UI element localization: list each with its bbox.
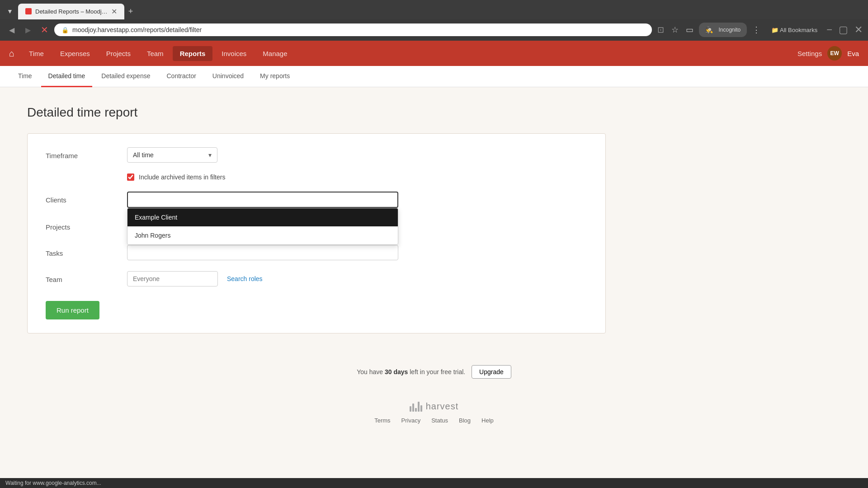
tasks-input[interactable] [127,245,398,260]
projects-label: Projects [46,219,118,231]
archived-checkbox[interactable] [127,174,134,181]
timeframe-label: Timeframe [46,147,118,160]
tab-list-btn[interactable]: ▼ [4,5,16,18]
sub-nav-my-reports[interactable]: My reports [253,66,297,87]
nav-item-expenses[interactable]: Expenses [53,46,97,61]
client-option-john[interactable]: John Rogers [127,226,398,244]
team-input[interactable] [127,271,218,286]
nav-items: Time Expenses Projects Team Reports Invo… [22,46,797,61]
timeframe-control: All time ▾ [127,147,398,163]
clients-row: Clients Example Client John Rogers [46,192,587,208]
browser-menu-icon[interactable]: ⋮ [750,23,762,37]
sub-nav-detailed-time[interactable]: Detailed time [41,66,93,87]
footer-links: Terms Privacy Status Blog Help [9,417,859,424]
forward-btn[interactable]: ▶ [22,23,34,36]
team-input-wrap [127,271,218,286]
trial-text-after: left in your free trial. [408,368,465,375]
client-option-example[interactable]: Example Client [127,208,398,226]
nav-item-reports[interactable]: Reports [173,46,213,61]
tab-title: Detailed Reports – Moodjoy – [35,8,108,15]
tasks-control [127,245,398,260]
active-tab[interactable]: Detailed Reports – Moodjoy – ✕ [18,4,124,19]
window-close-btn[interactable]: ✕ [854,24,863,36]
form-card: Timeframe All time ▾ Include archived it… [27,133,606,333]
main-content: Detailed time report Timeframe All time … [0,87,868,352]
footer-status[interactable]: Status [431,417,448,424]
nav-right: Settings EW Eva [797,46,859,61]
sub-nav-detailed-expense[interactable]: Detailed expense [94,66,157,87]
page-title: Detailed time report [27,105,841,120]
bookmark-star-icon[interactable]: ☆ [670,23,680,37]
footer-help[interactable]: Help [481,417,494,424]
sub-nav-contractor[interactable]: Contractor [159,66,203,87]
run-report-row: Run report [46,297,587,319]
clients-dropdown: Example Client John Rogers [127,208,398,245]
tab-favicon [25,8,32,14]
security-icon: 🔒 [61,27,69,33]
back-btn[interactable]: ◀ [5,23,18,36]
user-name[interactable]: Eva [847,50,859,57]
bookmarks-bar-btn[interactable]: 📁 All Bookmarks [771,27,817,33]
harvest-logo: harvest [410,401,459,412]
user-avatar: EW [827,46,842,61]
settings-link[interactable]: Settings [797,50,822,57]
reload-btn[interactable]: ✕ [38,23,51,36]
run-report-button[interactable]: Run report [46,301,99,319]
archived-checkbox-label: Include archived items in filters [139,174,225,181]
home-icon[interactable]: ⌂ [9,48,14,59]
nav-item-manage[interactable]: Manage [255,46,294,61]
trial-text-before: You have [357,368,385,375]
sub-nav-time[interactable]: Time [11,66,39,87]
team-label: Team [46,271,118,283]
clients-label: Clients [46,192,118,204]
harvest-bars-icon [410,402,422,412]
nav-item-invoices[interactable]: Invoices [214,46,254,61]
app-nav: ⌂ Time Expenses Projects Team Reports In… [0,41,868,66]
sidebar-toggle-icon[interactable]: ▭ [684,23,695,37]
search-roles-link[interactable]: Search roles [227,275,263,282]
new-tab-btn[interactable]: + [124,5,137,18]
clients-input[interactable] [127,192,398,208]
nav-item-time[interactable]: Time [22,46,51,61]
timeframe-row: Timeframe All time ▾ [46,147,587,163]
window-minimize-btn[interactable]: − [826,24,832,36]
footer-terms[interactable]: Terms [374,417,390,424]
footer-privacy[interactable]: Privacy [401,417,421,424]
tasks-label: Tasks [46,245,118,257]
team-row: Team Search roles [46,271,587,286]
trial-bar: You have 30 days left in your free trial… [0,352,868,392]
timeframe-select[interactable]: All time ▾ [127,147,217,163]
footer: harvest Terms Privacy Status Blog Help [0,392,868,433]
url-display: moodjoy.harvestapp.com/reports/detailed/… [72,26,645,33]
browser-tab-bar: ▼ Detailed Reports – Moodjoy – ✕ + [0,0,868,19]
archived-checkbox-row: Include archived items in filters [46,174,587,181]
incognito-label: Incognito [717,25,742,35]
timeframe-value: All time [133,151,154,159]
trial-days: 30 days [385,368,408,375]
chevron-down-icon: ▾ [208,151,212,159]
nav-item-team[interactable]: Team [140,46,171,61]
browser-right-icons: ⊡ ☆ ▭ 🕵 Incognito ⋮ [656,23,762,37]
incognito-icon: 🕵 [703,24,715,35]
upgrade-button[interactable]: Upgrade [472,365,511,379]
sub-nav: Time Detailed time Detailed expense Cont… [0,66,868,87]
window-maximize-btn[interactable]: ▢ [839,24,848,36]
tasks-row: Tasks [46,245,587,260]
nav-item-projects[interactable]: Projects [99,46,138,61]
sub-nav-uninvoiced[interactable]: Uninvoiced [205,66,251,87]
clients-control: Example Client John Rogers [127,192,398,208]
tab-close-btn[interactable]: ✕ [111,7,117,16]
browser-chrome: ▼ Detailed Reports – Moodjoy – ✕ + ◀ ▶ ✕… [0,0,868,41]
incognito-badge: 🕵 Incognito [699,23,747,37]
browser-controls: ◀ ▶ ✕ 🔒 moodjoy.harvestapp.com/reports/d… [0,19,868,41]
address-bar[interactable]: 🔒 moodjoy.harvestapp.com/reports/detaile… [54,23,652,36]
bookmark-icon: 📁 [771,27,778,33]
team-control: Search roles [127,271,263,286]
cast-icon[interactable]: ⊡ [656,23,666,37]
footer-blog[interactable]: Blog [459,417,471,424]
